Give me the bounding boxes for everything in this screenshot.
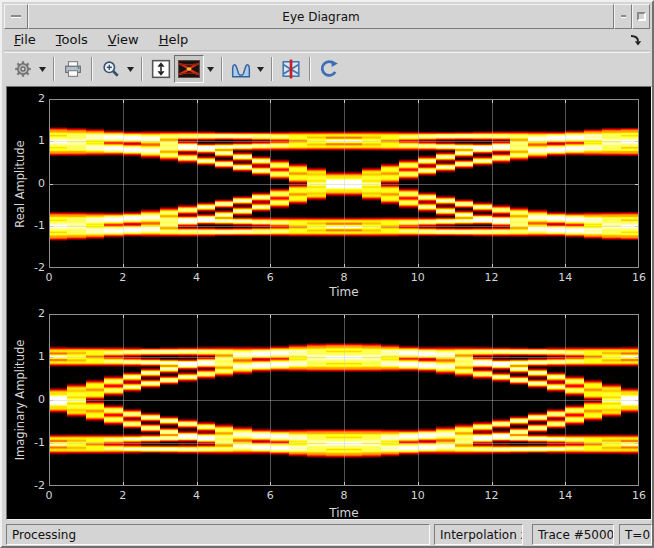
eye-diagram-dropdown-arrow[interactable] [204, 56, 216, 82]
scope-display-panel: Real Amplitude Time 0246810121416210-1-2… [6, 86, 652, 520]
toolbar-separator [91, 57, 93, 81]
toolbar-separator [271, 57, 273, 81]
imaginary-amplitude-heatmap[interactable] [49, 314, 639, 486]
toolbar [4, 52, 650, 85]
crossing-histogram-icon [281, 59, 301, 79]
statusbar: Processing Interpolation x1 Trace #5000 … [2, 520, 654, 548]
y-tick-label: 1 [19, 350, 45, 363]
dock-figure-button[interactable] [626, 32, 644, 48]
y-tick-label: -2 [19, 261, 45, 274]
x-tick-label: 8 [331, 489, 357, 502]
maximize-icon [637, 12, 646, 21]
fit-to-view-button[interactable] [148, 56, 174, 82]
x-tick-label: 16 [626, 489, 652, 502]
menu-file[interactable]: File [4, 30, 46, 49]
x-axis-label: Time [304, 506, 384, 520]
y-tick-label: -2 [19, 479, 45, 492]
zoom-in-icon [102, 60, 120, 78]
maximize-button[interactable] [632, 4, 650, 29]
x-tick-label: 14 [552, 489, 578, 502]
toolbar-separator [309, 57, 311, 81]
window-menu-dash-icon [11, 15, 21, 18]
interpolation-status: Interpolation x1 [434, 524, 523, 545]
y-tick-label: 0 [19, 177, 45, 190]
x-axis-label: Time [304, 285, 384, 299]
gear-icon [14, 60, 32, 78]
x-tick-label: 2 [110, 489, 136, 502]
status-message: Processing [6, 524, 430, 545]
titlebar: Eye Diagram [4, 4, 650, 29]
fit-to-view-icon [151, 59, 171, 79]
refresh-icon [319, 59, 339, 79]
menu-help[interactable]: Help [149, 30, 199, 49]
histogram-dropdown-arrow[interactable] [254, 56, 266, 82]
print-button[interactable] [60, 56, 86, 82]
refresh-button[interactable] [316, 56, 342, 82]
x-tick-label: 8 [331, 271, 357, 284]
menu-view[interactable]: View [98, 30, 149, 49]
menubar: File Tools View Help [4, 29, 650, 51]
settings-dropdown-arrow[interactable] [36, 56, 48, 82]
x-tick-label: 14 [552, 271, 578, 284]
real-amplitude-chart: Real Amplitude Time 0246810121416210-1-2 [7, 87, 651, 302]
x-tick-label: 4 [184, 271, 210, 284]
minimize-icon [621, 15, 626, 18]
x-tick-label: 10 [405, 489, 431, 502]
eye-diagram-icon [178, 60, 200, 78]
histogram-icon [231, 60, 251, 78]
x-tick-label: 6 [257, 271, 283, 284]
zoom-button[interactable] [98, 56, 124, 82]
settings-button[interactable] [10, 56, 36, 82]
sim-time-status: T=0 [619, 524, 652, 545]
x-tick-label: 16 [626, 271, 652, 284]
eye-diagram-button[interactable] [174, 55, 204, 83]
zoom-dropdown-arrow[interactable] [124, 56, 136, 82]
x-tick-label: 12 [479, 271, 505, 284]
x-tick-label: 12 [479, 489, 505, 502]
toolbar-separator [221, 57, 223, 81]
printer-icon [64, 60, 82, 78]
toolbar-separator [53, 57, 55, 81]
trace-count-status: Trace #5000 [532, 524, 614, 545]
x-tick-label: 10 [405, 271, 431, 284]
imaginary-amplitude-chart: Imaginary Amplitude Time 024681012141621… [7, 302, 651, 521]
y-tick-label: 2 [19, 92, 45, 105]
x-tick-label: 6 [257, 489, 283, 502]
toolbar-separator [141, 57, 143, 81]
crossing-histogram-button[interactable] [278, 56, 304, 82]
eye-diagram-window: Eye Diagram File Tools View Help [0, 0, 654, 548]
y-tick-label: 2 [19, 307, 45, 320]
dock-arrow-icon [628, 33, 642, 47]
y-tick-label: -1 [19, 219, 45, 232]
minimize-button[interactable] [614, 4, 632, 29]
histogram-button[interactable] [228, 56, 254, 82]
menu-tools[interactable]: Tools [46, 30, 98, 49]
y-tick-label: 0 [19, 393, 45, 406]
x-tick-label: 4 [184, 489, 210, 502]
window-title: Eye Diagram [28, 4, 614, 29]
y-tick-label: 1 [19, 134, 45, 147]
y-tick-label: -1 [19, 436, 45, 449]
window-menu-button[interactable] [4, 4, 28, 29]
x-tick-label: 2 [110, 271, 136, 284]
real-amplitude-heatmap[interactable] [49, 99, 639, 268]
